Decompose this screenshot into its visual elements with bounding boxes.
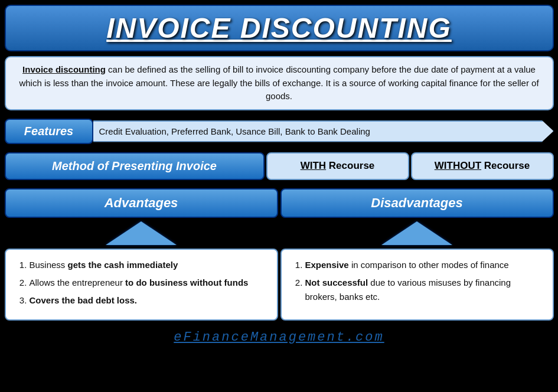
disadvantages-panel: Expensive in comparison to other modes o… [280, 249, 554, 321]
disadvantages-up-arrow [381, 221, 452, 245]
title-bar: INVOICE DISCOUNTING [5, 5, 554, 51]
features-label: Features [5, 119, 93, 144]
method-with-bold: WITH [301, 160, 326, 172]
method-options: WITH Recourse WITHOUT Recourse [266, 152, 554, 180]
advantages-panel: Business gets the cash immediately Allow… [5, 249, 278, 321]
page-title: INVOICE DISCOUNTING [106, 12, 452, 44]
content-row: Business gets the cash immediately Allow… [5, 249, 554, 321]
main-container: INVOICE DISCOUNTING Invoice discounting … [5, 5, 554, 347]
adv-item-1: Business gets the cash immediately [30, 258, 266, 272]
disadvantages-list: Expensive in comparison to other modes o… [292, 258, 542, 304]
adv-item-3: Covers the bad debt loss. [30, 293, 266, 308]
advantages-up-arrow [106, 221, 177, 245]
features-row: Features Credit Evaluation, Preferred Ba… [5, 119, 554, 144]
definition-term: Invoice discounting [22, 64, 106, 74]
disadv-item-1: Expensive in comparison to other modes o… [305, 258, 542, 272]
disadvantages-label: Disadvantages [280, 188, 554, 218]
method-option-without: WITHOUT Recourse [411, 152, 554, 180]
adv-item-2-bold: to do business without funds [125, 277, 248, 288]
disadvantages-arrow-container [280, 221, 554, 245]
advantages-label: Advantages [5, 188, 278, 218]
features-items: Credit Evaluation, Preferred Bank, Usanc… [93, 120, 554, 142]
adv-item-1-bold: gets the cash immediately [68, 260, 178, 270]
adv-item-2: Allows the entrepreneur to do business w… [30, 276, 266, 290]
advantages-list: Business gets the cash immediately Allow… [17, 258, 266, 308]
footer: eFinanceManagement.com [5, 324, 554, 347]
method-label: Method of Presenting Invoice [5, 152, 265, 180]
disadv-item-1-bold: Expensive [305, 260, 349, 270]
method-row: Method of Presenting Invoice WITH Recour… [5, 152, 554, 180]
disadv-item-2-bold: Not successful [305, 277, 368, 288]
method-without-bold: WITHOUT [435, 160, 481, 172]
advantages-arrow-container [5, 221, 278, 245]
method-option-with: WITH Recourse [266, 152, 409, 180]
arrows-row [5, 221, 554, 245]
disadv-item-2: Not successful due to various misuses by… [305, 276, 542, 304]
adv-row: Advantages Disadvantages [5, 188, 554, 218]
definition-box: Invoice discounting can be defined as th… [5, 56, 554, 110]
adv-item-3-bold: Covers the bad debt loss. [30, 295, 138, 305]
sections-wrap: Invoice discounting can be defined as th… [5, 56, 554, 347]
